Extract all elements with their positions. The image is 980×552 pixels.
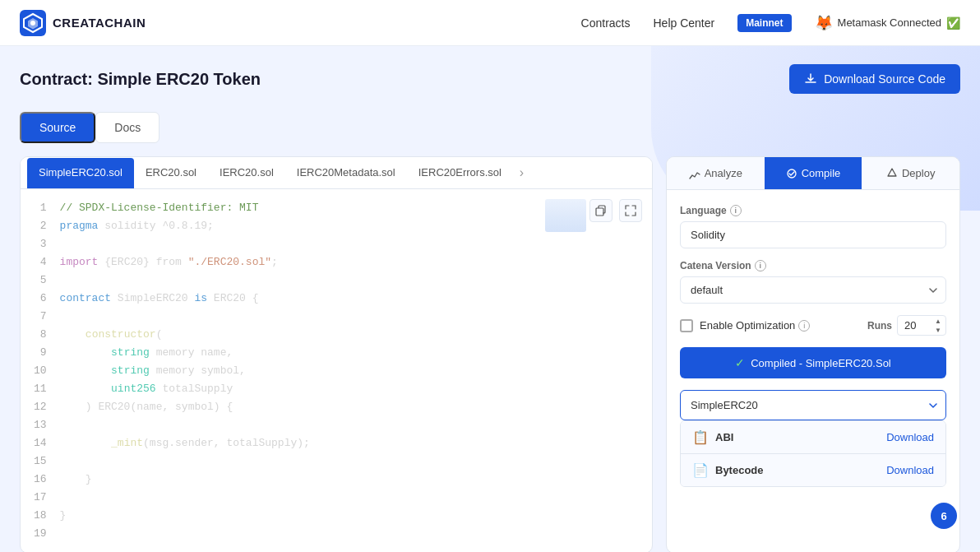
- metamask-area: 🦊 Metamask Connected ✅: [815, 14, 960, 32]
- code-line-10: string memory symbol,: [60, 362, 310, 380]
- deploy-icon: [886, 168, 898, 179]
- code-lines: // SPDX-License-Identifier: MIT pragma s…: [60, 199, 392, 543]
- download-source-button[interactable]: Download Source Code: [789, 64, 960, 94]
- code-line-5: [60, 271, 310, 290]
- code-line-8: constructor(: [60, 326, 310, 344]
- code-line-14: _mint(msg.sender, totalSupply);: [60, 434, 310, 452]
- svg-rect-4: [596, 208, 603, 216]
- bytecode-icon: 📄: [692, 462, 709, 478]
- svg-point-3: [30, 21, 35, 26]
- copy-code-button[interactable]: [589, 199, 612, 222]
- runs-area: Runs ▲ ▼: [867, 315, 946, 336]
- code-line-3: [60, 235, 310, 253]
- language-info-icon: i: [730, 205, 742, 216]
- download-icon: [804, 72, 817, 86]
- code-line-7: [60, 308, 310, 326]
- runs-label: Runs: [867, 320, 892, 332]
- compile-label: Compile: [802, 167, 841, 179]
- artifact-section: 📋 ABI Download 📄 Bytecode Download: [680, 420, 946, 487]
- abi-row: 📋 ABI Download: [681, 421, 945, 454]
- optimization-left: Enable Optimization i: [680, 319, 810, 332]
- panel-tab-deploy[interactable]: Deploy: [862, 157, 959, 189]
- code-line-12: ) ERC20(name, symbol) {: [60, 398, 310, 416]
- catena-version-info-icon: i: [755, 260, 766, 271]
- catena-version-select[interactable]: default 0.8.19 0.8.18: [680, 276, 946, 304]
- code-thumbnail: [545, 199, 586, 232]
- file-tab-erc20[interactable]: ERC20.sol: [134, 158, 208, 188]
- bytecode-label: Bytecode: [715, 464, 764, 476]
- optimization-row: Enable Optimization i Runs ▲ ▼: [680, 315, 946, 336]
- metamask-fox-icon: 🦊: [815, 14, 833, 32]
- abi-label: ABI: [715, 431, 733, 443]
- panel-content: Language i Catena Version i default 0.8.…: [667, 190, 959, 502]
- catena-version-label: Catena Version i: [680, 260, 946, 271]
- network-badge[interactable]: Mainnet: [737, 14, 791, 32]
- file-tabs: SimpleERC20.sol ERC20.sol IERC20.sol IER…: [21, 157, 652, 189]
- line-numbers: 12345678910111213141516171819: [21, 199, 60, 543]
- runs-down-button[interactable]: ▼: [931, 326, 945, 334]
- code-line-18: }: [60, 507, 310, 525]
- file-tab-ierc20errors[interactable]: IERC20Errors.sol: [407, 158, 513, 188]
- code-content: 12345678910111213141516171819 // SPDX-Li…: [21, 189, 652, 552]
- code-line-17: [60, 489, 310, 507]
- compile-button[interactable]: ✓ Compiled - SimpleERC20.Sol: [680, 347, 946, 378]
- panel-tabs: Analyze Compile Deploy: [667, 157, 959, 190]
- code-line-9: string memory name,: [60, 344, 310, 362]
- logo-text: CREATACHAIN: [53, 16, 146, 30]
- nav-help[interactable]: Help Center: [654, 16, 715, 30]
- language-input[interactable]: [680, 221, 946, 248]
- download-source-label: Download Source Code: [824, 72, 945, 86]
- main-tabs: Source Docs: [20, 112, 960, 143]
- bytecode-download-link[interactable]: Download: [886, 464, 934, 476]
- bytecode-row: 📄 Bytecode Download: [681, 454, 945, 486]
- compile-icon: [786, 168, 797, 179]
- runs-arrows: ▲ ▼: [931, 315, 945, 336]
- code-toolbar: [589, 199, 642, 222]
- nav-area: Contracts Help Center Mainnet 🦊 Metamask…: [581, 14, 960, 32]
- code-line-16: }: [60, 471, 310, 489]
- panel-tab-compile[interactable]: Compile: [765, 157, 862, 189]
- file-tab-ierc20[interactable]: IERC20.sol: [208, 158, 285, 188]
- content-area: SimpleERC20.sol ERC20.sol IERC20.sol IER…: [20, 156, 960, 552]
- file-tab-ierc20metadata[interactable]: IERC20Metadata.sol: [285, 158, 407, 188]
- notification-bubble[interactable]: 6: [931, 503, 957, 529]
- code-line-19: [60, 525, 310, 543]
- optimization-checkbox[interactable]: [680, 319, 693, 332]
- contract-title: Contract: Simple ERC20 Token: [20, 70, 261, 89]
- contract-header: Contract: Simple ERC20 Token Download So…: [20, 46, 960, 112]
- tab-docs[interactable]: Docs: [95, 112, 159, 143]
- file-tab-more[interactable]: ›: [513, 157, 530, 188]
- analyze-icon: [689, 168, 700, 179]
- copy-icon: [595, 205, 607, 216]
- code-line-11: uint256 totalSupply: [60, 380, 310, 398]
- code-line-2: pragma solidity ^0.8.19;: [60, 217, 310, 235]
- right-panel: Analyze Compile Deploy: [666, 156, 960, 552]
- panel-tab-analyze[interactable]: Analyze: [667, 157, 765, 189]
- deploy-label: Deploy: [902, 167, 935, 179]
- runs-input-wrap: ▲ ▼: [897, 315, 946, 336]
- runs-up-button[interactable]: ▲: [931, 317, 945, 325]
- file-tab-simpleerc20[interactable]: SimpleERC20.sol: [27, 158, 134, 188]
- tab-source[interactable]: Source: [20, 112, 95, 143]
- language-label: Language i: [680, 205, 946, 216]
- contract-select[interactable]: SimpleERC20 ERC20: [680, 390, 946, 420]
- code-line-15: [60, 452, 310, 471]
- code-line-13: [60, 416, 310, 434]
- fullscreen-icon: [625, 205, 636, 216]
- abi-icon: 📋: [692, 429, 709, 445]
- logo-area: CREATACHAIN: [20, 10, 146, 36]
- bytecode-left: 📄 Bytecode: [692, 462, 764, 478]
- nav-contracts[interactable]: Contracts: [581, 16, 631, 30]
- abi-download-link[interactable]: Download: [886, 431, 934, 443]
- opt-label: Enable Optimization i: [700, 319, 810, 332]
- compile-check-icon: ✓: [735, 356, 745, 369]
- code-line-4: import {ERC20} from "./ERC20.sol";: [60, 253, 310, 271]
- code-line-6: contract SimpleERC20 is ERC20 {: [60, 290, 310, 308]
- analyze-label: Analyze: [705, 167, 742, 179]
- notification-count: 6: [941, 510, 946, 522]
- main-content: Contract: Simple ERC20 Token Download So…: [0, 46, 980, 552]
- opt-info-icon: i: [798, 320, 810, 332]
- abi-left: 📋 ABI: [692, 429, 733, 445]
- code-line-1: // SPDX-License-Identifier: MIT: [60, 199, 310, 217]
- fullscreen-button[interactable]: [619, 199, 642, 222]
